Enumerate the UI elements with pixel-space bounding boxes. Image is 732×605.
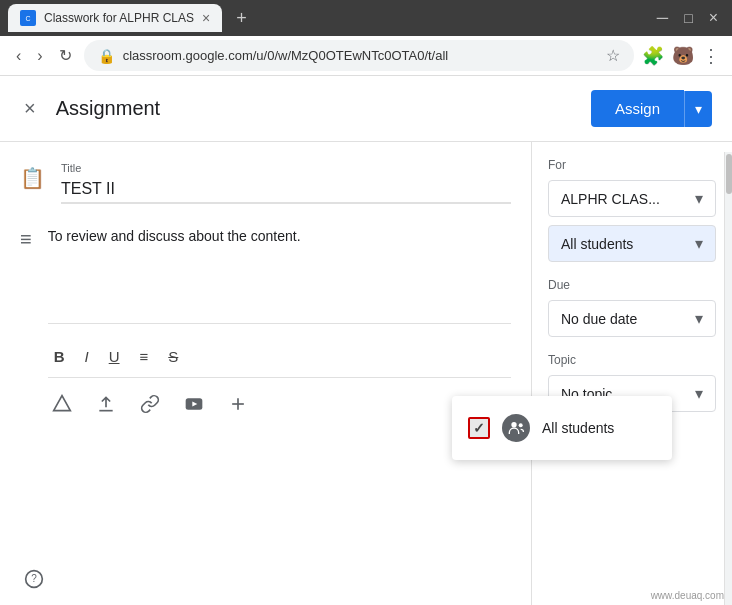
- italic-button[interactable]: I: [79, 344, 95, 369]
- lock-icon: 🔒: [98, 48, 115, 64]
- browser-tab[interactable]: C Classwork for ALPHR CLASS SAM... ×: [8, 4, 222, 32]
- more-attach-button[interactable]: [224, 390, 252, 423]
- form-area: 📋 Title ≡ To review and discuss about th…: [0, 142, 732, 605]
- assignment-icon: 📋: [20, 162, 45, 190]
- svg-marker-2: [53, 396, 70, 411]
- puzzle-icon[interactable]: 🧩: [642, 45, 664, 67]
- instructions-field-group: To review and discuss about the content.…: [48, 224, 511, 435]
- tab-title: Classwork for ALPHR CLASS SAM...: [44, 11, 194, 25]
- close-window-icon[interactable]: ×: [703, 9, 724, 27]
- bold-button[interactable]: B: [48, 344, 71, 369]
- form-left: 📋 Title ≡ To review and discuss about th…: [0, 142, 532, 605]
- youtube-button[interactable]: [180, 390, 208, 423]
- browser-chrome: C Classwork for ALPHR CLASS SAM... × + ─…: [0, 0, 732, 36]
- due-section: Due No due date ▾: [548, 278, 716, 337]
- attach-toolbar: [48, 378, 511, 435]
- svg-text:?: ?: [31, 573, 37, 584]
- due-date-value: No due date: [561, 311, 637, 327]
- checkmark: ✓: [473, 420, 485, 436]
- bookmark-icon[interactable]: ☆: [606, 46, 620, 65]
- profile-icon[interactable]: 🐻: [672, 45, 694, 67]
- drive-attach-button[interactable]: [48, 390, 76, 423]
- checkbox-icon[interactable]: ✓: [468, 417, 490, 439]
- form-right: For ALPHR CLAS... ▾ All students ▾ Due N…: [532, 142, 732, 605]
- upload-button[interactable]: [92, 390, 120, 423]
- for-label: For: [548, 158, 716, 172]
- instructions-row: ≡ To review and discuss about the conten…: [20, 224, 511, 435]
- title-label: Title: [61, 162, 511, 174]
- tab-close-button[interactable]: ×: [202, 10, 210, 26]
- svg-point-7: [511, 422, 516, 427]
- students-dropdown-popup: ✓ All students: [452, 396, 672, 460]
- tab-favicon: C: [20, 10, 36, 26]
- link-button[interactable]: [136, 390, 164, 423]
- underline-button[interactable]: U: [103, 344, 126, 369]
- class-value: ALPHR CLAS...: [561, 191, 660, 207]
- for-section: For ALPHR CLAS... ▾ All students ▾: [548, 158, 716, 262]
- panel-header: × Assignment Assign ▾: [0, 76, 732, 142]
- forward-button[interactable]: ›: [33, 43, 46, 69]
- title-row: 📋 Title: [20, 162, 511, 204]
- students-value: All students: [561, 236, 633, 252]
- list-button[interactable]: ≡: [134, 344, 155, 369]
- page-title: Assignment: [56, 97, 575, 120]
- back-button[interactable]: ‹: [12, 43, 25, 69]
- instructions-input[interactable]: To review and discuss about the content.: [48, 224, 511, 324]
- svg-point-8: [519, 423, 523, 427]
- scrollbar-thumb[interactable]: [726, 154, 732, 194]
- assign-button[interactable]: Assign: [591, 90, 684, 127]
- address-bar: ‹ › ↻ 🔒 classroom.google.com/u/0/w/MzQ0O…: [0, 36, 732, 76]
- topic-label: Topic: [548, 353, 716, 367]
- class-dropdown-icon: ▾: [695, 189, 703, 208]
- students-selector[interactable]: All students ▾: [548, 225, 716, 262]
- instructions-icon: ≡: [20, 224, 32, 251]
- close-button[interactable]: ×: [20, 93, 40, 124]
- title-input[interactable]: [61, 176, 511, 204]
- maximize-icon[interactable]: □: [678, 10, 698, 26]
- title-field-group: Title: [61, 162, 511, 204]
- assignment-panel: × Assignment Assign ▾ 📋 Title: [0, 76, 732, 605]
- class-selector[interactable]: ALPHR CLAS... ▾: [548, 180, 716, 217]
- all-students-option[interactable]: ✓ All students: [452, 404, 672, 452]
- new-tab-button[interactable]: +: [228, 8, 255, 29]
- students-dropdown-icon: ▾: [695, 234, 703, 253]
- people-icon: [502, 414, 530, 442]
- topic-dropdown-icon: ▾: [695, 384, 703, 403]
- bottom-bar: ?: [20, 565, 48, 593]
- menu-icon[interactable]: ⋮: [702, 45, 720, 67]
- due-dropdown-icon: ▾: [695, 309, 703, 328]
- extension-icons: 🧩 🐻 ⋮: [642, 45, 720, 67]
- all-students-label: All students: [542, 420, 614, 436]
- text-toolbar: B I U ≡ S: [48, 336, 511, 378]
- svg-text:C: C: [25, 15, 30, 22]
- url-box[interactable]: 🔒 classroom.google.com/u/0/w/MzQ0OTEwNTc…: [84, 40, 634, 71]
- watermark: www.deuaq.com: [651, 590, 724, 601]
- assign-button-group: Assign ▾: [591, 90, 712, 127]
- due-date-selector[interactable]: No due date ▾: [548, 300, 716, 337]
- minimize-icon[interactable]: ─: [651, 9, 674, 27]
- strikethrough-button[interactable]: S: [162, 344, 184, 369]
- due-label: Due: [548, 278, 716, 292]
- reload-button[interactable]: ↻: [55, 42, 76, 69]
- assign-dropdown-button[interactable]: ▾: [684, 91, 712, 127]
- main-content: × Assignment Assign ▾ 📋 Title: [0, 76, 732, 605]
- scrollbar[interactable]: [724, 152, 732, 605]
- url-text: classroom.google.com/u/0/w/MzQ0OTEwNTc0O…: [123, 48, 598, 63]
- help-button[interactable]: ?: [20, 565, 48, 593]
